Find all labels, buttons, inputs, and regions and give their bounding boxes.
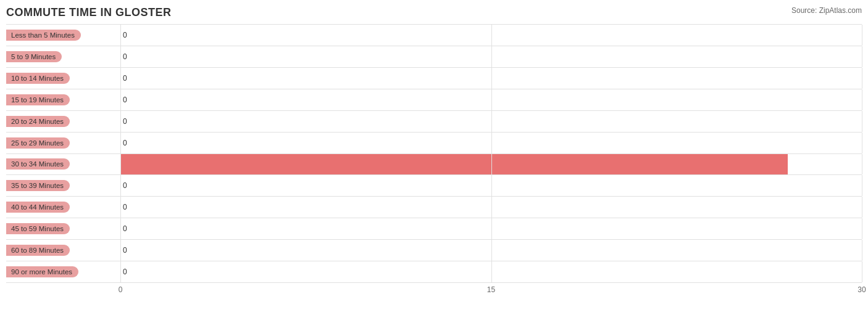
bar-track: 27: [120, 154, 862, 175]
bar-value: 0: [123, 224, 127, 233]
bar-row: 45 to 59 Minutes0: [6, 218, 862, 240]
bar-row: 25 to 29 Minutes0: [6, 133, 862, 154]
bar-row: 30 to 34 Minutes27: [6, 154, 862, 176]
grid-line: [120, 25, 121, 46]
x-axis: 01530: [120, 285, 862, 298]
chart-title: COMMUTE TIME IN GLOSTER: [6, 6, 862, 19]
grid-line: [862, 261, 862, 282]
bar-row: 60 to 89 Minutes0: [6, 240, 862, 261]
bar-track: 0: [120, 175, 862, 196]
bar-track: 0: [120, 25, 862, 46]
label-pill: 45 to 59 Minutes: [6, 223, 70, 234]
grid-line: [491, 89, 492, 110]
label-pill: 40 to 44 Minutes: [6, 202, 70, 213]
bar-value: 0: [123, 246, 127, 255]
bar-label: 35 to 39 Minutes: [6, 180, 120, 191]
bar-track: 0: [120, 111, 862, 132]
bar-track: 0: [120, 240, 862, 261]
bar-label: 20 to 24 Minutes: [6, 116, 120, 127]
bar-value: 0: [123, 74, 127, 83]
bar-value: 0: [123, 31, 127, 39]
grid-line: [120, 46, 121, 67]
grid-line: [862, 175, 862, 196]
bar-label: 60 to 89 Minutes: [6, 245, 120, 256]
grid-line: [120, 111, 121, 132]
grid-line: [120, 197, 121, 218]
grid-line: [491, 240, 492, 261]
bar-row: 40 to 44 Minutes0: [6, 197, 862, 218]
bar-value: 0: [123, 117, 127, 126]
grid-line: [120, 261, 121, 282]
bar-track: 0: [120, 46, 862, 67]
bar-label: 30 to 34 Minutes: [6, 158, 120, 170]
grid-line: [120, 154, 121, 175]
bar-label: Less than 5 Minutes: [6, 30, 120, 41]
grid-line: [491, 261, 492, 282]
grid-line: [862, 133, 862, 153]
bar-track: 0: [120, 133, 862, 153]
bar-row: 90 or more Minutes0: [6, 261, 862, 283]
grid-line: [862, 68, 862, 89]
bar-value: 0: [123, 203, 127, 211]
grid-line: [120, 218, 121, 239]
bar-value: 27: [850, 160, 858, 168]
bar-track: 0: [120, 68, 862, 89]
label-pill: 90 or more Minutes: [6, 266, 78, 277]
grid-line: [120, 175, 121, 196]
grid-line: [491, 197, 492, 218]
bar-label: 5 to 9 Minutes: [6, 51, 120, 62]
grid-line: [862, 46, 862, 67]
grid-line: [862, 218, 862, 239]
grid-line: [120, 240, 121, 261]
bar-value: 0: [123, 268, 127, 276]
grid-line: [491, 175, 492, 196]
bar-track: 0: [120, 89, 862, 110]
label-pill: 5 to 9 Minutes: [6, 51, 62, 62]
bar-label: 90 or more Minutes: [6, 266, 120, 277]
chart-area: Less than 5 Minutes05 to 9 Minutes010 to…: [6, 24, 862, 298]
x-axis-tick: 30: [858, 285, 866, 294]
grid-line: [862, 25, 862, 46]
grid-line: [491, 111, 492, 132]
grid-line: [491, 68, 492, 89]
bar-row: 5 to 9 Minutes0: [6, 46, 862, 68]
bar-track: 0: [120, 261, 862, 282]
bar-value: 0: [123, 139, 127, 147]
bar-label: 40 to 44 Minutes: [6, 202, 120, 213]
grid-line: [120, 89, 121, 110]
bar-label: 15 to 19 Minutes: [6, 94, 120, 105]
grid-line: [862, 111, 862, 132]
grid-line: [491, 154, 492, 175]
source-label: Source: ZipAtlas.com: [791, 6, 862, 15]
grid-line: [862, 154, 862, 175]
grid-line: [491, 218, 492, 239]
bar-value: 0: [123, 52, 127, 61]
grid-line: [862, 89, 862, 110]
bar-row: 35 to 39 Minutes0: [6, 175, 862, 197]
bar-value: 0: [123, 181, 127, 190]
bar-row: 10 to 14 Minutes0: [6, 68, 862, 89]
bar-row: Less than 5 Minutes0: [6, 24, 862, 46]
label-pill: 35 to 39 Minutes: [6, 180, 70, 191]
bar-row: 15 to 19 Minutes0: [6, 89, 862, 111]
rows-area: Less than 5 Minutes05 to 9 Minutes010 to…: [6, 24, 862, 283]
label-pill: 60 to 89 Minutes: [6, 245, 70, 256]
label-pill: 20 to 24 Minutes: [6, 116, 70, 127]
grid-line: [491, 25, 492, 46]
x-axis-tick: 15: [487, 285, 495, 294]
bar-row: 20 to 24 Minutes0: [6, 111, 862, 133]
bar-value: 0: [123, 96, 127, 104]
label-pill: 25 to 29 Minutes: [6, 137, 70, 149]
bar-label: 25 to 29 Minutes: [6, 137, 120, 149]
grid-line: [120, 68, 121, 89]
grid-line: [862, 240, 862, 261]
bar-track: 0: [120, 197, 862, 218]
grid-line: [491, 133, 492, 153]
bar-fill: [120, 154, 788, 175]
bar-label: 45 to 59 Minutes: [6, 223, 120, 234]
bar-label: 10 to 14 Minutes: [6, 73, 120, 84]
label-pill: 10 to 14 Minutes: [6, 73, 70, 84]
label-pill: 30 to 34 Minutes: [6, 158, 70, 170]
label-pill: 15 to 19 Minutes: [6, 94, 70, 105]
grid-line: [491, 46, 492, 67]
